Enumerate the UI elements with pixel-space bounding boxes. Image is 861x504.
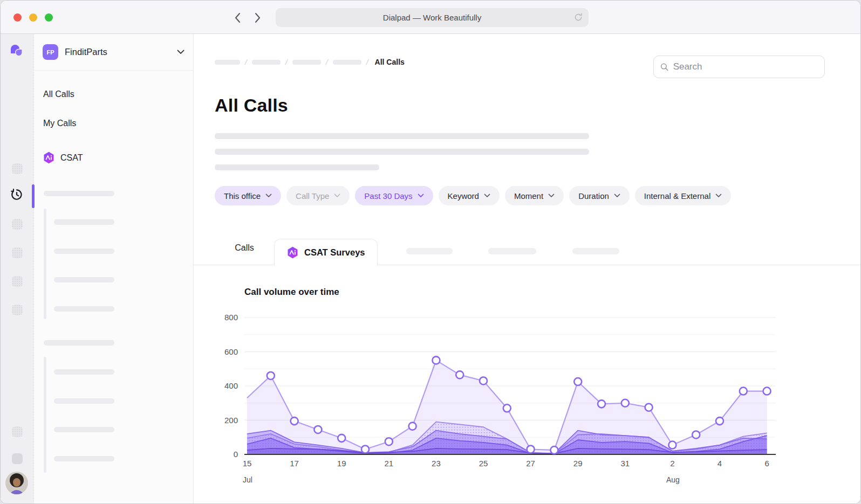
zoom-window-button[interactable] xyxy=(45,13,53,22)
skeleton-list-item xyxy=(54,277,114,282)
placeholder-icon xyxy=(12,163,23,174)
svg-text:4: 4 xyxy=(718,459,722,468)
skeleton-tab xyxy=(488,248,536,254)
ai-hexagon-icon xyxy=(43,151,55,164)
skeleton-text-line xyxy=(215,133,589,139)
skeleton-tree-line xyxy=(44,357,46,473)
filter-date-range[interactable]: Past 30 Days xyxy=(355,186,433,205)
reload-button[interactable] xyxy=(573,12,583,24)
sidebar-item-my-calls[interactable]: My Calls xyxy=(43,119,76,128)
browser-forward-button[interactable] xyxy=(250,10,266,26)
placeholder-icon xyxy=(12,247,23,258)
svg-text:Aug: Aug xyxy=(666,475,680,484)
chevron-down-icon xyxy=(484,194,490,198)
call-volume-chart: 020040060080015Jul17192123252729312Aug46 xyxy=(214,302,785,486)
skeleton-tab xyxy=(572,248,619,254)
skeleton-list-item xyxy=(54,248,114,254)
filter-call-type[interactable]: Call Type xyxy=(286,186,350,205)
filter-duration[interactable]: Duration xyxy=(569,186,630,205)
page-title: All Calls xyxy=(215,95,288,116)
filter-label: Call Type xyxy=(296,191,329,201)
filter-moment[interactable]: Moment xyxy=(505,186,564,205)
skeleton-list-item xyxy=(54,456,114,461)
filter-office[interactable]: This office xyxy=(215,186,281,205)
placeholder-icon xyxy=(12,305,23,315)
filter-label: Internal & External xyxy=(644,191,710,201)
address-bar[interactable]: Dialpad — Work Beautifully xyxy=(276,8,589,27)
active-nav-indicator xyxy=(32,184,35,208)
user-avatar[interactable] xyxy=(5,472,28,494)
skeleton-list-item xyxy=(54,398,114,404)
search-icon xyxy=(660,63,669,72)
breadcrumb: / / / / All Calls xyxy=(215,58,405,66)
workspace-badge: FP xyxy=(43,44,58,60)
search-input[interactable] xyxy=(673,61,818,72)
skeleton-list-item xyxy=(54,219,114,225)
filter-bar: This office Call Type Past 30 Days Keywo… xyxy=(215,186,731,205)
svg-text:0: 0 xyxy=(234,450,238,459)
svg-text:Jul: Jul xyxy=(243,475,252,484)
filter-keyword[interactable]: Keyword xyxy=(439,186,500,205)
tab-calls[interactable]: Calls xyxy=(215,243,274,253)
skeleton-group-header xyxy=(44,191,114,196)
filter-label: Moment xyxy=(514,191,543,201)
svg-text:31: 31 xyxy=(620,459,630,468)
reload-icon xyxy=(573,12,583,22)
browser-window: Dialpad — Work Beautifully xyxy=(0,0,861,504)
filter-label: Past 30 Days xyxy=(364,191,412,201)
workspace-selector[interactable]: FP FinditParts xyxy=(34,34,193,71)
skeleton-list-item xyxy=(54,427,114,432)
breadcrumb-current: All Calls xyxy=(375,58,405,66)
breadcrumb-divider: / xyxy=(244,58,248,66)
placeholder-icon xyxy=(12,219,23,230)
filter-label: Keyword xyxy=(448,191,479,201)
breadcrumb-skeleton xyxy=(252,60,281,65)
chevron-down-icon xyxy=(715,194,722,198)
call-history-icon[interactable] xyxy=(10,188,24,202)
minimize-window-button[interactable] xyxy=(29,13,37,22)
skeleton-text-line xyxy=(215,164,379,170)
chevron-left-icon xyxy=(234,12,241,23)
dialpad-logo-icon[interactable] xyxy=(9,44,25,61)
placeholder-icon xyxy=(12,426,23,437)
svg-text:600: 600 xyxy=(224,347,238,356)
window-controls xyxy=(13,13,53,22)
svg-text:23: 23 xyxy=(432,459,441,468)
chevron-right-icon xyxy=(255,12,261,23)
skeleton-text-line xyxy=(215,149,589,155)
breadcrumb-divider: / xyxy=(284,58,288,66)
browser-titlebar: Dialpad — Work Beautifully xyxy=(1,1,861,34)
filter-internal-external[interactable]: Internal & External xyxy=(635,186,731,205)
chart-title: Call volume over time xyxy=(244,287,339,298)
sidebar: FP FinditParts All Calls My Calls CSAT xyxy=(34,34,194,504)
svg-text:29: 29 xyxy=(573,459,583,468)
sidebar-item-all-calls[interactable]: All Calls xyxy=(43,89,74,99)
breadcrumb-divider: / xyxy=(325,58,329,66)
placeholder-icon xyxy=(12,276,23,287)
skeleton-group-header xyxy=(44,340,114,346)
main-content: / / / / All Calls All Calls This office … xyxy=(194,34,861,504)
app-icon-rail xyxy=(1,34,34,504)
svg-text:800: 800 xyxy=(224,313,238,322)
svg-text:17: 17 xyxy=(290,459,299,468)
breadcrumb-skeleton xyxy=(292,60,321,65)
svg-text:27: 27 xyxy=(526,459,535,468)
browser-back-button[interactable] xyxy=(229,10,245,26)
chevron-down-icon xyxy=(265,194,272,198)
page-tab-title: Dialpad — Work Beautifully xyxy=(383,13,481,22)
breadcrumb-skeleton xyxy=(333,60,361,65)
search-box[interactable] xyxy=(653,56,825,78)
svg-text:15: 15 xyxy=(243,459,252,468)
chevron-down-icon xyxy=(334,194,340,198)
tab-csat-surveys[interactable]: CSAT Surveys xyxy=(274,239,378,265)
close-window-button[interactable] xyxy=(13,13,22,22)
chevron-down-icon xyxy=(177,50,184,54)
placeholder-icon xyxy=(12,453,23,464)
workspace-name: FinditParts xyxy=(65,47,170,57)
sidebar-item-csat[interactable]: CSAT xyxy=(43,151,83,164)
chevron-down-icon xyxy=(418,194,424,198)
svg-text:2: 2 xyxy=(670,459,674,468)
svg-text:200: 200 xyxy=(224,416,238,425)
skeleton-list-item xyxy=(54,369,114,375)
svg-text:6: 6 xyxy=(764,459,769,468)
